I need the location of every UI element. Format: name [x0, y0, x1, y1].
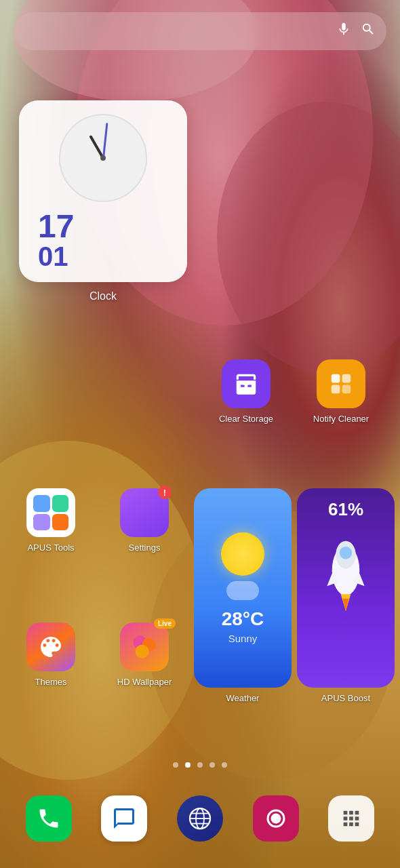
dot-5[interactable]: [222, 762, 227, 768]
svg-rect-11: [342, 374, 351, 383]
apus-tools-label: APUS Tools: [27, 542, 74, 553]
dock-messages[interactable]: [101, 795, 147, 842]
hd-wallpaper-app[interactable]: Live HD Wallpaper: [100, 623, 188, 687]
apus-boost-widget[interactable]: 61% APUS Boost: [297, 488, 395, 703]
dock: [11, 788, 389, 849]
dot-4[interactable]: [209, 762, 215, 768]
svg-rect-13: [342, 385, 351, 394]
hd-wallpaper-icon-bg: Live: [120, 623, 169, 671]
svg-point-16: [340, 547, 352, 559]
apus-tools-icon-bg: [26, 488, 75, 537]
dot-2[interactable]: [185, 762, 191, 768]
clock-date: 17 01: [33, 210, 174, 270]
clear-storage-app[interactable]: Clear Storage: [202, 359, 290, 424]
svg-point-19: [136, 645, 149, 658]
dock-phone[interactable]: [26, 795, 72, 842]
clear-storage-icon-bg: [222, 359, 271, 408]
svg-rect-10: [332, 374, 340, 383]
clear-storage-label: Clear Storage: [219, 414, 273, 424]
apps-row-1: Clear Storage Notify Cleaner: [202, 359, 385, 424]
settings-badge: !: [158, 486, 172, 499]
search-icon[interactable]: [361, 22, 376, 41]
weather-cloud-icon: [226, 581, 259, 600]
settings-icon-bg: !: [120, 488, 169, 537]
weather-sun-icon: [221, 532, 264, 576]
apus-tools-app[interactable]: APUS Tools: [7, 488, 95, 553]
notify-cleaner-label: Notify Cleaner: [313, 414, 369, 424]
dot-3[interactable]: [197, 762, 203, 768]
minute-hand: [102, 123, 108, 158]
analog-clock: [59, 114, 147, 202]
svg-rect-12: [332, 385, 340, 394]
themes-label: Themes: [35, 677, 67, 687]
themes-icon-bg: [26, 623, 75, 671]
clock-day: 17: [38, 210, 174, 243]
svg-rect-9: [245, 382, 248, 391]
weather-label: Weather: [226, 693, 260, 703]
dock-applist[interactable]: [328, 795, 374, 842]
hd-wallpaper-label: HD Wallpaper: [117, 677, 172, 687]
boost-percent: 61%: [328, 499, 363, 520]
page-dots: [0, 762, 400, 768]
clock-month: 01: [38, 243, 174, 270]
notify-cleaner-icon-bg: [317, 359, 365, 408]
search-bar[interactable]: [14, 12, 386, 50]
weather-widget[interactable]: 28°C Sunny Weather: [194, 488, 292, 703]
themes-app[interactable]: Themes: [7, 623, 95, 687]
weather-description: Sunny: [228, 633, 258, 644]
svg-point-5: [217, 102, 400, 373]
clock-center: [100, 155, 106, 161]
dot-1[interactable]: [173, 762, 178, 768]
settings-label: Settings: [129, 542, 161, 553]
boost-rocket-icon: [319, 539, 373, 620]
notify-cleaner-app[interactable]: Notify Cleaner: [297, 359, 385, 424]
apus-boost-label: APUS Boost: [321, 693, 370, 703]
live-badge: Live: [154, 618, 176, 629]
apps-row-3: Themes Live HD Wallpaper: [7, 623, 188, 687]
clock-widget: 17 01: [19, 100, 187, 282]
svg-point-26: [271, 814, 281, 824]
dock-browser[interactable]: [177, 795, 223, 842]
dock-screenrecord[interactable]: [253, 795, 299, 842]
microphone-icon[interactable]: [336, 22, 351, 41]
clock-label: Clock: [19, 290, 187, 302]
weather-temperature: 28°C: [222, 608, 264, 630]
settings-app[interactable]: ! Settings: [100, 488, 188, 553]
